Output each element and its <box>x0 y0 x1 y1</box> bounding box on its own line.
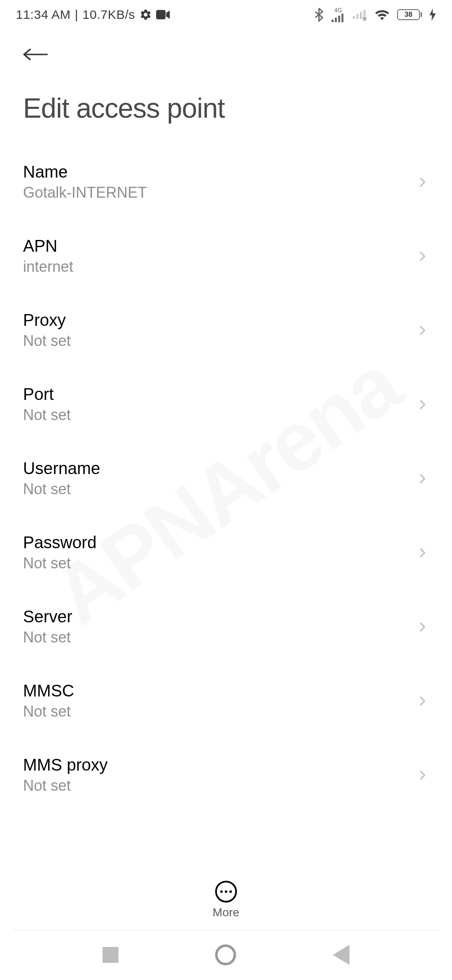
chevron-right-icon <box>416 769 429 782</box>
setting-port[interactable]: Port Not set <box>0 367 452 441</box>
setting-apn[interactable]: APN internet <box>0 219 452 293</box>
setting-label: Port <box>23 385 71 404</box>
signal-no-service-icon <box>353 9 367 21</box>
setting-label: Name <box>23 162 147 181</box>
setting-value: Not set <box>23 777 108 794</box>
chevron-right-icon <box>416 694 429 708</box>
header <box>0 29 452 71</box>
setting-server[interactable]: Server Not set <box>0 590 452 664</box>
setting-label: MMS proxy <box>23 756 108 774</box>
signal-4g-icon: 4G <box>331 7 345 22</box>
nav-recents-icon[interactable] <box>103 947 118 963</box>
back-button[interactable] <box>23 42 48 67</box>
setting-value: Not set <box>23 703 74 720</box>
settings-list: Name Gotalk-INTERNET APN internet Proxy … <box>0 137 452 820</box>
more-button[interactable]: More <box>213 881 239 919</box>
setting-name[interactable]: Name Gotalk-INTERNET <box>0 145 452 219</box>
chevron-right-icon <box>416 398 429 411</box>
svg-rect-4 <box>342 14 344 22</box>
chevron-right-icon <box>416 472 429 485</box>
setting-label: Server <box>23 607 72 626</box>
setting-proxy[interactable]: Proxy Not set <box>0 293 452 367</box>
setting-label: Password <box>23 533 97 552</box>
chevron-right-icon <box>416 250 429 263</box>
setting-value: Not set <box>23 480 100 498</box>
svg-rect-1 <box>331 20 334 22</box>
status-data-rate: 10.7KB/s <box>82 8 135 22</box>
wifi-icon <box>375 9 390 21</box>
setting-value: Not set <box>23 629 72 646</box>
bluetooth-icon <box>314 8 324 22</box>
chevron-right-icon <box>416 546 429 560</box>
setting-value: Not set <box>23 406 71 424</box>
video-icon <box>156 10 170 20</box>
setting-username[interactable]: Username Not set <box>0 441 452 516</box>
status-separator: | <box>75 8 78 22</box>
setting-label: APN <box>23 237 73 255</box>
status-right: 4G 38 <box>314 7 436 22</box>
status-bar: 11:34 AM | 10.7KB/s 4G 38 <box>0 0 452 29</box>
chevron-right-icon <box>416 620 429 634</box>
setting-password[interactable]: Password Not set <box>0 516 452 590</box>
setting-label: Username <box>23 459 100 478</box>
setting-label: MMSC <box>23 681 74 700</box>
setting-value: Not set <box>23 332 71 350</box>
setting-mms-proxy[interactable]: MMS proxy Not set <box>0 738 452 812</box>
setting-mmsc[interactable]: MMSC Not set <box>0 664 452 738</box>
battery-icon: 38 <box>397 9 422 20</box>
setting-value: internet <box>23 258 73 276</box>
svg-rect-3 <box>338 15 340 22</box>
svg-rect-5 <box>353 16 355 19</box>
svg-rect-2 <box>335 18 337 22</box>
svg-rect-6 <box>357 14 359 19</box>
nav-home-icon[interactable] <box>215 944 236 965</box>
setting-value: Gotalk-INTERNET <box>23 184 147 201</box>
status-left: 11:34 AM | 10.7KB/s <box>16 8 170 22</box>
svg-rect-7 <box>360 12 362 19</box>
more-label: More <box>213 906 239 919</box>
setting-value: Not set <box>23 554 97 572</box>
status-time: 11:34 AM <box>16 8 71 22</box>
navigation-bar <box>0 930 452 980</box>
gear-icon <box>139 8 152 21</box>
nav-back-icon[interactable] <box>333 945 349 965</box>
svg-rect-0 <box>156 10 166 20</box>
svg-rect-8 <box>364 10 366 19</box>
charging-icon <box>429 8 436 21</box>
more-icon <box>215 881 237 903</box>
chevron-right-icon <box>416 175 429 189</box>
page-title: Edit access point <box>0 71 452 137</box>
setting-label: Proxy <box>23 311 71 330</box>
chevron-right-icon <box>416 324 429 337</box>
